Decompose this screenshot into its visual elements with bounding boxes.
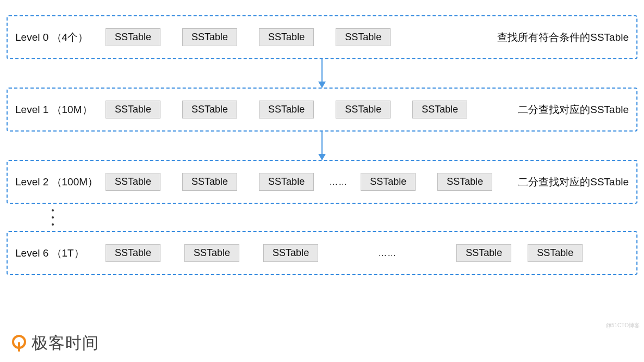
- svg-rect-1: [18, 342, 20, 352]
- level-1-desc: 二分查找对应的SSTable: [518, 103, 629, 117]
- brand-logo: 极客时间: [10, 332, 99, 354]
- level-1-label: Level 1 （10M）: [15, 103, 101, 117]
- sstable-cell: SSTable: [259, 173, 314, 191]
- level-2-label: Level 2 （100M）: [15, 175, 101, 189]
- logo-text: 极客时间: [32, 332, 99, 354]
- sstable-cell: SSTable: [456, 244, 511, 262]
- level-0-label: Level 0 （4个）: [15, 30, 101, 45]
- sstable-cell: SSTable: [361, 173, 416, 191]
- sstable-cell: SSTable: [259, 101, 314, 118]
- sstable-cell: SSTable: [336, 28, 391, 46]
- sstable-cell: SSTable: [184, 244, 239, 262]
- sstable-cell: SSTable: [263, 244, 318, 262]
- sstable-cell: SSTable: [182, 173, 237, 191]
- level-0-box: Level 0 （4个） SSTable SSTable SSTable SST…: [7, 15, 637, 59]
- ellipsis-horizontal: ……: [329, 177, 348, 187]
- sstable-cell: SSTable: [437, 173, 492, 191]
- level-0-desc: 查找所有符合条件的SSTable: [497, 30, 629, 45]
- level-2-desc: 二分查找对应的SSTable: [518, 175, 629, 189]
- sstable-cell: SSTable: [182, 28, 237, 46]
- sstable-cell: SSTable: [412, 101, 467, 118]
- logo-icon: [10, 334, 28, 353]
- level-6-box: Level 6 （1T） SSTable SSTable SSTable …… …: [7, 231, 637, 275]
- sstable-cell: SSTable: [106, 28, 160, 46]
- ellipsis-horizontal: ……: [378, 248, 397, 258]
- ellipsis-vertical: [50, 209, 55, 226]
- sstable-cell: SSTable: [106, 173, 160, 191]
- level-1-box: Level 1 （10M） SSTable SSTable SSTable SS…: [7, 88, 637, 132]
- sstable-cell: SSTable: [528, 244, 583, 262]
- level-6-label: Level 6 （1T）: [15, 246, 101, 260]
- sstable-cell: SSTable: [259, 28, 314, 46]
- sstable-cell: SSTable: [106, 101, 160, 118]
- arrow-down: [7, 59, 637, 88]
- sstable-cell: SSTable: [106, 244, 160, 262]
- diagram-canvas: Level 0 （4个） SSTable SSTable SSTable SST…: [7, 15, 637, 275]
- watermark: @51CTO博客: [606, 322, 640, 329]
- arrow-down: [7, 132, 637, 160]
- level-2-box: Level 2 （100M） SSTable SSTable SSTable ……: [7, 160, 637, 204]
- sstable-cell: SSTable: [182, 101, 237, 118]
- sstable-cell: SSTable: [336, 101, 391, 118]
